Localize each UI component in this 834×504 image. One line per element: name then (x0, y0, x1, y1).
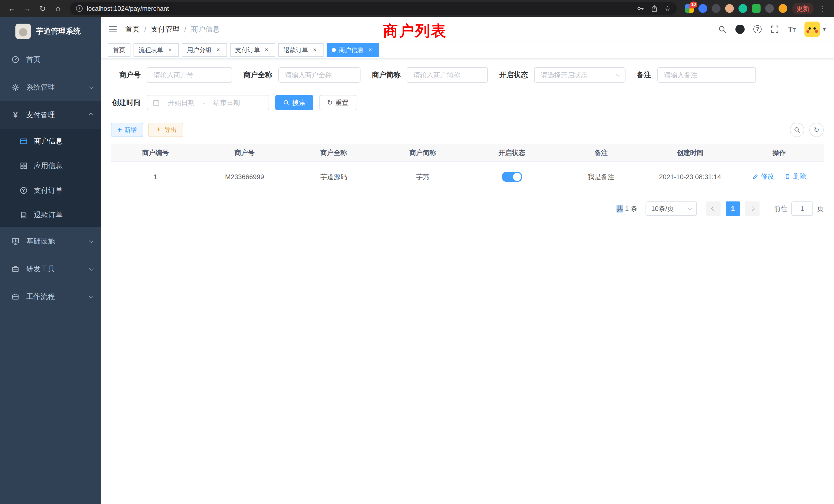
page-size-select[interactable]: 10条/页 (645, 202, 697, 216)
merchant-table: 商户编号 商户号 商户全称 商户简称 开启状态 备注 创建时间 操作 1 M23… (111, 144, 824, 192)
refresh-icon: ↻ (814, 126, 819, 134)
breadcrumb: 首页 / 支付管理 / 商户信息 (125, 24, 220, 34)
export-button[interactable]: 导出 (148, 123, 183, 137)
cell-actions: 修改 删除 (734, 162, 824, 192)
user-menu[interactable]: ▾ (805, 22, 826, 37)
help-icon[interactable]: ? (753, 25, 762, 33)
bookmark-star-icon[interactable]: ☆ (664, 4, 671, 13)
close-icon[interactable]: × (311, 46, 319, 54)
edit-link[interactable]: 修改 (752, 172, 774, 181)
share-icon[interactable] (651, 5, 658, 12)
filter-label-merchant-name: 商户全称 (243, 70, 272, 80)
status-select[interactable] (534, 67, 626, 83)
col-merchant-id: 商户编号 (111, 144, 200, 162)
extension-grid-icon[interactable]: 10 (685, 4, 694, 13)
calendar-icon (153, 99, 160, 106)
prev-page-button[interactable] (706, 202, 721, 216)
site-info-icon[interactable]: i (76, 5, 83, 12)
status-toggle[interactable] (502, 172, 522, 182)
extension-avatar-icon[interactable] (725, 4, 734, 13)
tab-merchant-info[interactable]: 商户信息 × (327, 43, 379, 57)
cell-merchant-short: 芋艿 (378, 162, 467, 192)
sidebar-item-app-info[interactable]: 应用信息 (0, 154, 101, 178)
browser-update-button[interactable]: 更新 (792, 3, 813, 14)
back-icon[interactable]: ← (5, 4, 19, 13)
cell-remark: 我是备注 (556, 162, 645, 192)
chevron-down-icon (89, 239, 93, 243)
sidebar-item-label: 支付管理 (26, 110, 55, 120)
tab-refund-order[interactable]: 退款订单 × (278, 43, 324, 57)
search-icon[interactable] (718, 25, 727, 33)
merchant-name-input[interactable] (278, 67, 360, 83)
breadcrumb-payment[interactable]: 支付管理 (151, 24, 180, 34)
sidebar-item-infrastructure[interactable]: 基础设施 (0, 227, 101, 255)
extension-green-circle-icon[interactable] (739, 4, 747, 13)
merchant-no-input[interactable] (147, 67, 232, 83)
dashboard-icon (11, 55, 20, 64)
close-icon[interactable]: × (215, 46, 222, 54)
sidebar-item-payment[interactable]: ¥ 支付管理 (0, 101, 101, 129)
fullscreen-icon[interactable] (770, 25, 779, 33)
sidebar-item-system[interactable]: 系统管理 (0, 73, 101, 101)
sidebar-item-workflow[interactable]: 工作流程 (0, 283, 101, 311)
tab-home[interactable]: 首页 (108, 43, 130, 57)
close-icon[interactable]: × (167, 46, 174, 54)
sidebar-item-pay-order[interactable]: 支付订单 (0, 178, 101, 203)
sidebar-item-refund-order[interactable]: 退款订单 (0, 203, 101, 227)
start-date-input[interactable] (163, 99, 200, 107)
yen-icon: ¥ (11, 111, 20, 119)
tab-user-group[interactable]: 用户分组 × (182, 43, 227, 57)
filter-label-merchant-short: 商户简称 (372, 70, 400, 80)
reload-icon[interactable]: ↻ (36, 4, 49, 13)
refresh-icon: ↻ (327, 99, 333, 107)
extension-emoji-icon[interactable] (778, 4, 787, 13)
page-1-button[interactable]: 1 (726, 202, 740, 216)
extension-pin-icon[interactable] (765, 4, 774, 13)
col-merchant-short: 商户简称 (378, 144, 467, 162)
remark-input[interactable] (657, 67, 756, 83)
monitor-chart-icon (11, 237, 20, 245)
tab-pay-order[interactable]: 支付订单 × (230, 43, 275, 57)
forward-icon[interactable]: → (21, 4, 34, 13)
gear-icon (11, 83, 20, 91)
end-date-input[interactable] (208, 99, 245, 107)
font-size-icon[interactable]: TT (788, 25, 796, 33)
goto-label: 前往 (774, 204, 787, 213)
close-icon[interactable]: × (367, 46, 374, 54)
password-key-icon[interactable] (637, 5, 644, 12)
extension-blue-icon[interactable] (698, 4, 707, 13)
next-page-button[interactable] (745, 202, 760, 216)
sidebar-item-merchant-info[interactable]: 商户信息 (0, 129, 101, 154)
sidebar-item-devtools[interactable]: 研发工具 (0, 255, 101, 283)
github-icon[interactable] (736, 25, 745, 34)
home-icon[interactable]: ⌂ (51, 4, 65, 13)
reset-button[interactable]: ↻ 重置 (320, 95, 356, 110)
filter-label-remark: 备注 (637, 70, 651, 80)
app-title: 芋道管理系统 (36, 26, 81, 37)
sidebar-toggle-icon[interactable] (101, 25, 125, 34)
col-merchant-name: 商户全称 (289, 144, 378, 162)
goto-page-input[interactable] (791, 202, 813, 216)
browser-menu-icon[interactable]: ⋮ (815, 4, 829, 13)
avatar[interactable] (805, 22, 820, 37)
search-button[interactable]: 搜索 (275, 95, 313, 110)
cell-status (467, 162, 556, 192)
toggle-search-button[interactable] (790, 123, 804, 137)
cell-create-time: 2021-10-23 08:31:14 (645, 162, 734, 192)
add-button[interactable]: + 新增 (111, 123, 143, 137)
payment-submenu: 商户信息 应用信息 支付订单 退款订单 (0, 129, 101, 227)
close-icon[interactable]: × (263, 46, 270, 54)
extension-dark-icon[interactable] (712, 4, 721, 13)
create-time-range-picker[interactable]: - (147, 95, 269, 110)
breadcrumb-current: 商户信息 (191, 24, 220, 34)
breadcrumb-home[interactable]: 首页 (125, 24, 140, 34)
merchant-short-input[interactable] (407, 67, 488, 83)
delete-link[interactable]: 删除 (784, 172, 806, 181)
extension-green-square-icon[interactable] (752, 4, 761, 13)
refresh-table-button[interactable]: ↻ (809, 123, 824, 137)
app-logo: 芋道管理系统 (0, 17, 101, 46)
document-icon (20, 211, 28, 219)
tab-process-form[interactable]: 流程表单 × (133, 43, 179, 57)
url-bar[interactable]: i localhost:1024/pay/merchant ☆ (70, 2, 677, 15)
sidebar-item-home[interactable]: 首页 (0, 46, 101, 73)
